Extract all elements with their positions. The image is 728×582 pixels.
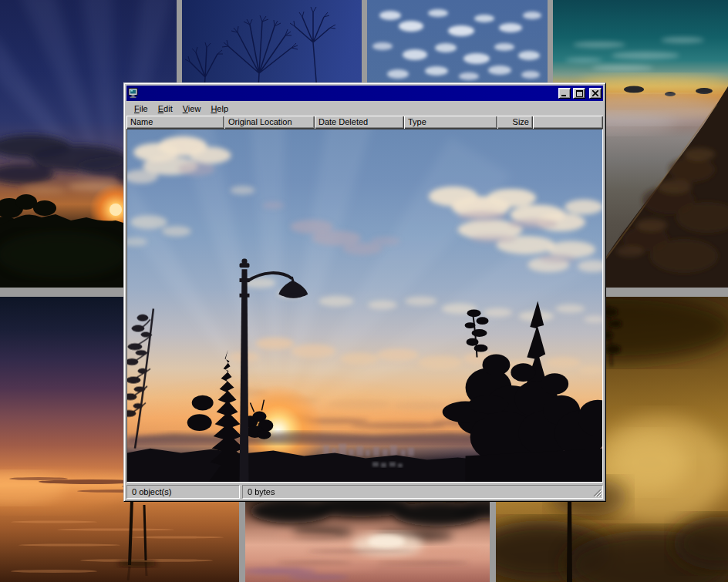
sunset-lamp-photo [127,130,602,482]
menu-view[interactable]: View [178,103,207,115]
close-icon [592,90,598,96]
minimize-button[interactable] [558,88,571,99]
close-button[interactable] [589,88,602,99]
column-header-size[interactable]: Size [497,116,533,129]
file-list-view[interactable] [126,129,603,483]
status-size: 0 bytes [242,485,603,499]
resize-grip-icon[interactable] [592,488,602,497]
maximize-button[interactable] [573,88,585,99]
status-object-count: 0 object(s) [126,485,240,499]
menu-help[interactable]: Help [206,103,234,115]
column-header-name[interactable]: Name [126,116,224,129]
minimize-icon [561,90,568,97]
maximize-icon [576,90,583,97]
column-header-date-deleted[interactable]: Date Deleted [315,116,404,129]
status-bar: 0 object(s) 0 bytes [126,485,603,499]
menu-edit[interactable]: Edit [153,103,178,115]
column-headers: Name Original Location Date Deleted Type… [126,116,603,129]
menu-bar: File Edit View Help [126,102,603,116]
menu-file[interactable]: File [130,103,153,115]
title-bar[interactable] [126,86,603,101]
computer-icon[interactable] [128,88,140,99]
recycle-bin-window: File Edit View Help Name Original Locati… [123,82,606,502]
column-header-filler [533,116,603,129]
desktop: { "window": { "title": "", "menu": [ {"k… [0,0,728,582]
column-header-original-location[interactable]: Original Location [224,116,315,129]
column-header-type[interactable]: Type [404,116,497,129]
